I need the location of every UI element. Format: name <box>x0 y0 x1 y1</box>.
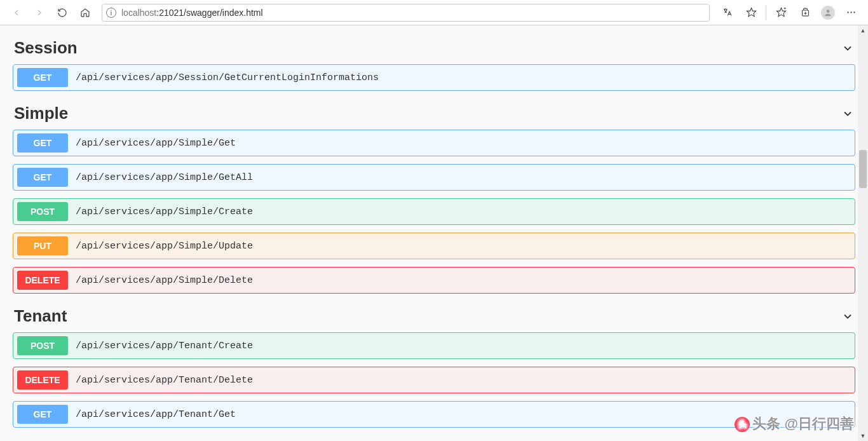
operation-row[interactable]: DELETE/api/services/app/Tenant/Delete <box>13 367 855 393</box>
operation-path: /api/services/app/Simple/Delete <box>76 275 253 286</box>
back-button[interactable] <box>8 4 25 22</box>
browser-toolbar: i localhost:21021/swagger/index.html <box>0 0 868 25</box>
address-bar[interactable]: i localhost:21021/swagger/index.html <box>102 4 710 22</box>
refresh-icon <box>57 8 67 18</box>
menu-button[interactable] <box>841 3 860 22</box>
svg-point-10 <box>853 11 855 13</box>
operation-row[interactable]: GET/api/services/app/Simple/Get <box>13 130 855 156</box>
operation-path: /api/services/app/Tenant/Delete <box>76 375 253 386</box>
tag-title: Simple <box>14 104 68 123</box>
arrow-left-icon <box>11 8 22 18</box>
tag-section: SimpleGET/api/services/app/Simple/GetGET… <box>13 104 855 294</box>
scroll-track[interactable] <box>858 36 868 431</box>
operation-row[interactable]: POST/api/services/app/Tenant/Create <box>13 332 855 359</box>
scroll-thumb[interactable] <box>859 150 867 188</box>
tag-section: SessionGET/api/services/app/Session/GetC… <box>13 38 855 91</box>
operation-path: /api/services/app/Simple/Get <box>76 138 236 149</box>
collections-button[interactable] <box>796 3 815 22</box>
vertical-scrollbar[interactable]: ▲ ▼ <box>858 25 868 441</box>
operation-path: /api/services/app/Tenant/Get <box>76 409 236 420</box>
operation-row[interactable]: GET/api/services/app/Tenant/Get <box>13 401 855 428</box>
tag-section: TenantPOST/api/services/app/Tenant/Creat… <box>13 306 855 428</box>
scroll-up-arrow-icon[interactable]: ▲ <box>858 25 868 36</box>
watermark: 头头条 @日行四善 <box>735 414 854 433</box>
method-badge-post: POST <box>17 202 68 221</box>
method-badge-delete: DELETE <box>17 271 68 290</box>
chevron-down-icon <box>841 310 854 323</box>
chevron-down-icon <box>841 42 854 55</box>
page-viewport: SessionGET/api/services/app/Session/GetC… <box>0 25 868 441</box>
collections-icon <box>800 7 811 18</box>
profile-button[interactable] <box>821 6 835 20</box>
operation-row[interactable]: DELETE/api/services/app/Simple/Delete <box>13 267 855 294</box>
more-icon <box>846 7 857 18</box>
tag-header[interactable]: Tenant <box>13 306 855 332</box>
tag-header[interactable]: Simple <box>13 104 855 130</box>
scroll-down-arrow-icon[interactable]: ▼ <box>858 431 868 441</box>
operation-row[interactable]: GET/api/services/app/Session/GetCurrentL… <box>13 64 855 91</box>
site-info-icon[interactable]: i <box>106 8 116 18</box>
svg-point-9 <box>850 11 851 13</box>
svg-point-8 <box>847 11 848 13</box>
method-badge-delete: DELETE <box>17 370 68 390</box>
tag-title: Session <box>14 38 78 58</box>
person-icon <box>824 8 832 17</box>
method-badge-put: PUT <box>17 236 68 255</box>
favorites-button[interactable] <box>771 3 790 22</box>
method-badge-post: POST <box>17 336 68 355</box>
operation-row[interactable]: GET/api/services/app/Simple/GetAll <box>13 164 855 191</box>
arrow-right-icon <box>34 8 44 18</box>
svg-marker-1 <box>776 8 785 16</box>
operation-path: /api/services/app/Simple/GetAll <box>76 172 253 183</box>
method-badge-get: GET <box>17 133 68 153</box>
translate-button[interactable] <box>717 3 736 22</box>
method-badge-get: GET <box>17 68 68 87</box>
favorite-outline-button[interactable] <box>742 3 761 22</box>
operation-path: /api/services/app/Simple/Update <box>76 241 253 252</box>
watermark-logo-icon: 头 <box>735 417 750 432</box>
tag-title: Tenant <box>14 306 67 326</box>
operation-path: /api/services/app/Simple/Create <box>76 207 253 217</box>
operation-path: /api/services/app/Tenant/Create <box>76 341 253 351</box>
svg-point-7 <box>827 10 830 13</box>
chevron-down-icon <box>841 107 854 120</box>
url-host: localhost <box>121 8 156 18</box>
toolbar-right <box>715 3 863 22</box>
refresh-button[interactable] <box>53 4 71 22</box>
url-rest: :21021/swagger/index.html <box>156 8 262 18</box>
operation-path: /api/services/app/Session/GetCurrentLogi… <box>76 72 379 83</box>
method-badge-get: GET <box>17 405 68 424</box>
favorites-icon <box>776 7 787 18</box>
svg-marker-0 <box>747 8 756 16</box>
toolbar-divider <box>766 6 766 20</box>
forward-button[interactable] <box>31 4 48 22</box>
operation-row[interactable]: PUT/api/services/app/Simple/Update <box>13 233 855 259</box>
home-button[interactable] <box>76 4 94 22</box>
translate-icon <box>722 7 733 18</box>
home-icon <box>80 8 90 18</box>
operation-row[interactable]: POST/api/services/app/Simple/Create <box>13 198 855 225</box>
method-badge-get: GET <box>17 168 68 187</box>
tag-header[interactable]: Session <box>13 38 855 64</box>
watermark-text: 头条 @日行四善 <box>752 416 854 431</box>
star-outline-icon <box>746 7 757 18</box>
